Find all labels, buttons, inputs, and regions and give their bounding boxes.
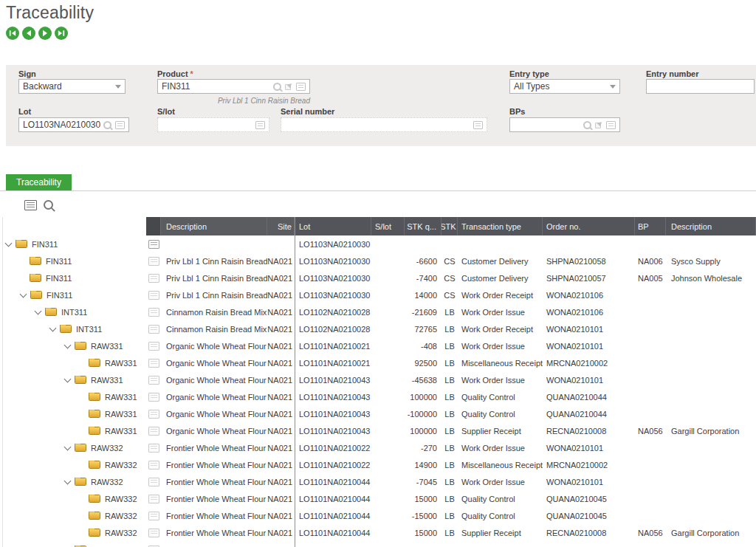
tree-cell: RAW331 [0, 342, 146, 351]
detail-icon[interactable] [148, 291, 159, 300]
detail-icon[interactable] [148, 495, 159, 503]
entry-type-select[interactable]: All Types [509, 79, 620, 94]
selection-list-icon[interactable] [255, 121, 265, 129]
table-row[interactable]: FIN311Priv Lbl 1 Cinn Raisin BreadNA021L… [0, 269, 756, 286]
folder-icon [75, 444, 86, 452]
chevron-down-icon[interactable] [64, 444, 72, 450]
column-header-site[interactable]: Site [267, 217, 295, 235]
cell-slot [371, 286, 405, 303]
jump-icon[interactable] [285, 83, 292, 90]
table-row[interactable]: RAW332Frontier Whole Wheat FlourNA021LO1… [0, 439, 756, 456]
cell-desc: Cinnamon Raisin Bread Mix [161, 320, 267, 337]
lot-input[interactable]: LO1103NA0210030 [18, 117, 129, 132]
detail-icon[interactable] [148, 240, 159, 249]
cell-bp [635, 507, 666, 524]
cell-type: Supplier Receipt [458, 422, 543, 439]
jump-icon[interactable] [595, 121, 602, 128]
detail-icon[interactable] [148, 359, 159, 368]
table-row[interactable]: RAW332Frontier Whole Wheat FlourNA021LO1… [0, 507, 756, 524]
tree-cell: RAW331 [0, 359, 146, 368]
selection-list-icon[interactable] [296, 83, 306, 91]
slot-input[interactable] [157, 117, 269, 132]
detail-icon[interactable] [148, 376, 159, 385]
entry-number-input[interactable] [646, 79, 755, 94]
table-row[interactable]: RAW332Frontier Whole Wheat FlourNA021LO1… [0, 456, 756, 473]
cell-bpname [666, 405, 756, 422]
column-header-desc[interactable]: Description [161, 217, 267, 235]
table-row[interactable]: RAW332Frontier Whole Wheat FlourNA021LO1… [0, 490, 756, 507]
column-header-qty[interactable]: STK q... [405, 217, 441, 235]
detail-icon[interactable] [148, 393, 159, 402]
column-header-order[interactable]: Order no. [543, 217, 635, 235]
column-header-bp[interactable]: BP [635, 217, 666, 235]
cell-bp [635, 320, 666, 337]
magnifier-icon[interactable] [583, 121, 591, 129]
cell-slot [371, 320, 405, 337]
chevron-down-icon[interactable] [64, 376, 72, 382]
table-row[interactable]: FIN311LO1103NA0210030 [0, 235, 756, 252]
tree-node-label: RAW331 [105, 393, 137, 402]
table-row[interactable]: RAW331Organic Whole Wheat FlourNA021LO11… [0, 337, 756, 354]
cell-type: Customer Delivery [458, 252, 543, 269]
cell-site: NA021 [267, 507, 295, 524]
product-input[interactable]: FIN311 [157, 79, 310, 94]
table-row[interactable]: RAW332Frontier Whole Wheat FlourNA021LO1… [0, 473, 756, 490]
detail-icon[interactable] [148, 308, 159, 317]
previous-record-button[interactable] [22, 27, 35, 40]
table-row[interactable]: RAW332Frontier Whole Wheat FlourNA021LO1… [0, 524, 756, 541]
tab-traceability[interactable]: Traceability [6, 174, 72, 190]
detail-icon[interactable] [148, 478, 159, 486]
selection-list-icon[interactable] [115, 121, 125, 129]
serial-number-input[interactable] [281, 117, 487, 132]
cell-type: Work Order Receipt [458, 320, 543, 337]
table-row[interactable]: RAW334Wheat GlutenNA021LO1101NA0210023-4… [0, 541, 756, 547]
table-row[interactable]: RAW331Organic Whole Wheat FlourNA021LO11… [0, 422, 756, 439]
detail-icon[interactable] [148, 512, 159, 520]
column-header-slot[interactable]: S/lot [371, 217, 405, 235]
cell-unit: LB [441, 303, 458, 320]
column-header-type[interactable]: Transaction type [458, 217, 543, 235]
detail-icon[interactable] [148, 410, 159, 419]
table-row[interactable]: INT311Cinnamon Raisin Bread MixNA021LO11… [0, 320, 756, 337]
chevron-down-icon[interactable] [64, 478, 72, 484]
column-header-lot[interactable]: Lot [295, 217, 371, 235]
tree-cell: RAW332 [0, 512, 146, 520]
cell-qty: 14900 [405, 456, 441, 473]
chevron-down-icon[interactable] [20, 291, 27, 297]
table-row[interactable]: RAW331Organic Whole Wheat FlourNA021LO11… [0, 388, 756, 405]
grid-search-button[interactable] [44, 200, 53, 210]
bps-input[interactable] [509, 117, 620, 132]
column-header-unit[interactable]: STK u [441, 217, 458, 235]
first-record-button[interactable] [6, 27, 19, 40]
chevron-down-icon[interactable] [35, 308, 42, 314]
detail-icon[interactable] [148, 529, 159, 537]
table-row[interactable]: FIN311Priv Lbl 1 Cinn Raisin BreadNA021L… [0, 252, 756, 269]
detail-icon[interactable] [148, 461, 159, 469]
sign-select[interactable]: Backward [18, 79, 126, 94]
chevron-down-icon[interactable] [64, 342, 72, 348]
table-row[interactable]: RAW331Organic Whole Wheat FlourNA021LO11… [0, 354, 756, 371]
detail-icon[interactable] [148, 274, 159, 283]
chevron-down-icon[interactable] [49, 325, 57, 331]
table-row[interactable]: RAW331Organic Whole Wheat FlourNA021LO11… [0, 371, 756, 388]
cell-type: Work Order Issue [458, 473, 543, 490]
selection-list-icon[interactable] [473, 121, 483, 129]
column-header-rowicon[interactable] [146, 217, 161, 235]
selection-list-icon[interactable] [606, 121, 616, 129]
detail-icon[interactable] [148, 325, 159, 334]
cell-qty: 100000 [405, 422, 441, 439]
table-row[interactable]: RAW331Organic Whole Wheat FlourNA021LO11… [0, 405, 756, 422]
next-record-button[interactable] [38, 27, 52, 40]
magnifier-icon[interactable] [273, 83, 281, 91]
detail-icon[interactable] [148, 257, 159, 266]
last-record-button[interactable] [55, 27, 68, 40]
column-header-bpname[interactable]: Description [666, 217, 756, 235]
table-row[interactable]: INT311Cinnamon Raisin Bread MixNA021LO11… [0, 303, 756, 320]
chevron-down-icon[interactable] [5, 240, 13, 247]
table-row[interactable]: FIN311Priv Lbl 1 Cinn Raisin BreadNA021L… [0, 286, 756, 303]
detail-icon[interactable] [148, 444, 159, 453]
magnifier-icon[interactable] [103, 121, 111, 129]
detail-icon[interactable] [148, 427, 159, 436]
grid-detail-button[interactable] [24, 200, 37, 210]
detail-icon[interactable] [148, 342, 159, 351]
